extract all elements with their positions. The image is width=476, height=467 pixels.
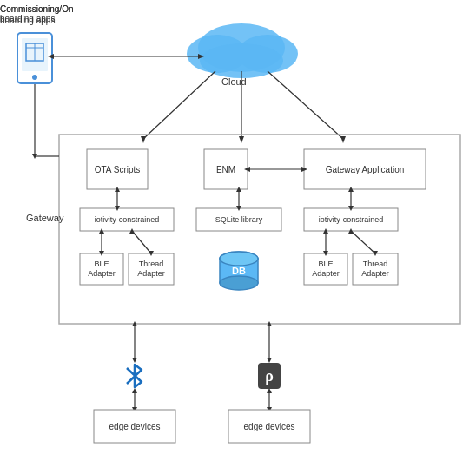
svg-marker-11 bbox=[198, 54, 204, 59]
svg-marker-61 bbox=[132, 321, 137, 326]
svg-text:DB: DB bbox=[232, 266, 246, 276]
svg-line-51 bbox=[351, 231, 375, 253]
svg-marker-64 bbox=[267, 321, 272, 326]
svg-point-58 bbox=[220, 252, 258, 266]
svg-marker-12 bbox=[48, 54, 54, 59]
svg-rect-4 bbox=[17, 33, 52, 83]
svg-line-17 bbox=[268, 71, 343, 139]
svg-rect-55 bbox=[220, 259, 258, 283]
gateway-label: Gateway bbox=[26, 213, 63, 223]
gateway-app-box: Gateway Application bbox=[304, 149, 426, 189]
diagram: DB Commissioning/On-boarding apps C bbox=[0, 0, 476, 467]
commissioning-app-label: Commissioning/On-boarding apps bbox=[0, 3, 109, 26]
ota-scripts-box: OTA Scripts bbox=[87, 149, 148, 189]
edge-devices-1: edge devices bbox=[94, 410, 175, 443]
svg-point-0 bbox=[198, 23, 285, 72]
svg-point-9 bbox=[32, 75, 37, 80]
sqlite-box: SQLite library bbox=[196, 208, 281, 231]
svg-point-56 bbox=[220, 276, 258, 290]
cloud-label: Cloud bbox=[221, 76, 247, 87]
svg-marker-18 bbox=[340, 136, 346, 143]
svg-marker-74 bbox=[32, 154, 37, 159]
enm-box: ENM bbox=[204, 149, 248, 189]
bluetooth-icon bbox=[116, 360, 154, 391]
iotivity-right-box: iotivity-constrained bbox=[304, 208, 398, 231]
svg-point-54 bbox=[220, 252, 258, 266]
svg-marker-14 bbox=[141, 136, 146, 143]
svg-rect-5 bbox=[22, 38, 48, 71]
svg-rect-6 bbox=[26, 43, 43, 61]
svg-point-2 bbox=[237, 35, 298, 73]
thread-adapter-right: Thread Adapter bbox=[353, 253, 398, 285]
edge-devices-2: edge devices bbox=[228, 410, 310, 443]
svg-marker-16 bbox=[239, 136, 244, 143]
thread-adapter-left: Thread Adapter bbox=[129, 253, 174, 285]
ble-adapter-left: BLE Adapter bbox=[80, 253, 123, 285]
svg-point-1 bbox=[187, 35, 248, 73]
iotivity-left-box: iotivity-constrained bbox=[80, 208, 174, 231]
arrows-svg: DB bbox=[0, 0, 476, 467]
svg-line-45 bbox=[132, 231, 151, 253]
svg-text:ρ: ρ bbox=[265, 367, 274, 385]
svg-point-3 bbox=[200, 43, 283, 78]
svg-line-13 bbox=[143, 71, 215, 139]
thread-icon: ρ bbox=[250, 360, 288, 391]
ble-adapter-right: BLE Adapter bbox=[304, 253, 347, 285]
